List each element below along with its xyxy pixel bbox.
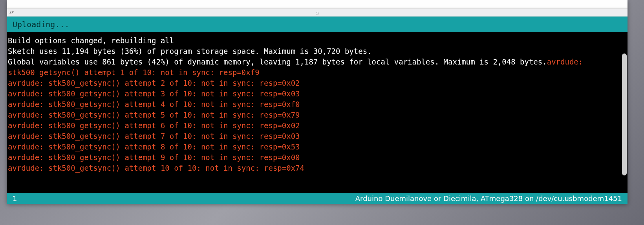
console-line: Global variables use 861 bytes (42%) of … [8,57,627,67]
console-error-line: avrdude: stk500_getsync() attempt 2 of 1… [8,78,627,89]
status-label: Uploading... [13,20,70,29]
output-console[interactable]: Build options changed, rebuilding all Sk… [7,32,628,193]
console-line: Build options changed, rebuilding all [8,35,627,46]
console-error-line: avrdude: stk500_getsync() attempt 4 of 1… [8,99,627,110]
panel-divider-toolbar[interactable]: ▲▼ ◌ [7,9,628,17]
progress-spinner-icon: ◌ [316,9,319,15]
console-error-text: avrdude: [547,57,587,66]
console-error-line: avrdude: stk500_getsync() attempt 8 of 1… [8,142,627,152]
console-line: Sketch uses 11,194 bytes (36%) of progra… [8,46,627,57]
console-error-line: avrdude: stk500_getsync() attempt 6 of 1… [8,120,627,131]
board-port-indicator: Arduino Duemilanove or Diecimila, ATmega… [355,194,622,203]
collapse-expand-arrows-icon[interactable]: ▲▼ [9,11,13,14]
arduino-ide-window: ▲▼ ◌ Uploading... Build options changed,… [7,0,628,204]
console-error-line: avrdude: stk500_getsync() attempt 10 of … [8,163,627,173]
status-bar: Uploading... [7,17,628,32]
console-error-line: stk500_getsync() attempt 1 of 10: not in… [8,67,627,78]
console-text: Global variables use 861 bytes (42%) of … [8,57,547,66]
code-editor-area[interactable] [7,0,628,9]
line-number-indicator: 1 [13,194,17,203]
console-error-line: avrdude: stk500_getsync() attempt 3 of 1… [8,89,627,99]
footer-status-bar: 1 Arduino Duemilanove or Diecimila, ATme… [7,193,628,204]
console-error-line: avrdude: stk500_getsync() attempt 5 of 1… [8,110,627,120]
console-scrollbar[interactable] [622,53,627,175]
console-error-line: avrdude: stk500_getsync() attempt 9 of 1… [8,152,627,163]
console-error-line: avrdude: stk500_getsync() attempt 7 of 1… [8,131,627,142]
